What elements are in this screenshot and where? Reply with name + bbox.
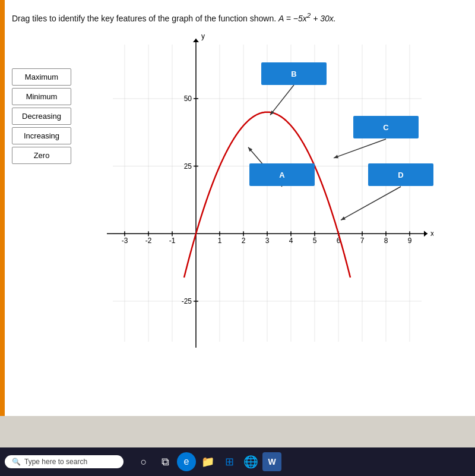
taskbar-chrome-icon[interactable]: 🌐 bbox=[241, 452, 260, 471]
taskbar-folder-icon[interactable]: 📁 bbox=[198, 452, 217, 471]
drop-tile-d[interactable]: D bbox=[368, 163, 433, 186]
tile-increasing[interactable]: Increasing bbox=[12, 127, 71, 144]
drop-tile-c[interactable]: C bbox=[353, 116, 419, 138]
tile-maximum[interactable]: Maximum bbox=[12, 68, 71, 86]
taskbar-word-icon[interactable]: W bbox=[262, 452, 281, 471]
taskbar-task-view-icon[interactable]: ⧉ bbox=[156, 452, 175, 471]
search-icon: 🔍 bbox=[12, 458, 21, 466]
work-area: Maximum Minimum Decreasing Increasing Ze… bbox=[12, 33, 463, 377]
main-content: Drag tiles to identify the key features … bbox=[0, 0, 475, 416]
instruction-text: Drag tiles to identify the key features … bbox=[12, 11, 463, 24]
search-placeholder[interactable]: Type here to search bbox=[24, 458, 87, 466]
taskbar-edge-icon[interactable]: e bbox=[177, 452, 196, 471]
tile-decreasing[interactable]: Decreasing bbox=[12, 108, 71, 125]
drop-tile-a[interactable]: A bbox=[249, 163, 315, 186]
tile-zero[interactable]: Zero bbox=[12, 147, 71, 164]
taskbar: 🔍 Type here to search ○ ⧉ e 📁 ⊞ 🌐 W bbox=[0, 447, 475, 476]
taskbar-search[interactable]: 🔍 Type here to search bbox=[5, 455, 124, 468]
taskbar-cortana-icon[interactable]: ○ bbox=[134, 452, 153, 471]
tile-minimum[interactable]: Minimum bbox=[12, 88, 71, 105]
drop-tile-b[interactable]: B bbox=[261, 62, 327, 85]
tiles-panel: Maximum Minimum Decreasing Increasing Ze… bbox=[12, 33, 71, 377]
taskbar-icons: ○ ⧉ e 📁 ⊞ 🌐 W bbox=[134, 452, 281, 471]
graph-container: B A C D bbox=[77, 33, 445, 377]
left-bar bbox=[0, 0, 5, 416]
taskbar-store-icon[interactable]: ⊞ bbox=[220, 452, 239, 471]
